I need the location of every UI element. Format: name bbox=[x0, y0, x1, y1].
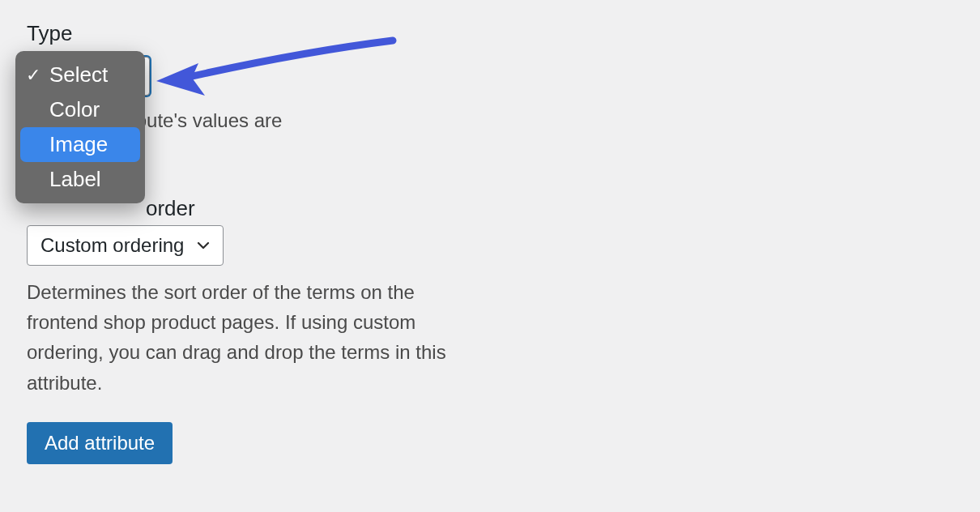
sort-order-help-text: Determines the sort order of the terms o… bbox=[27, 277, 474, 398]
option-label: Color bbox=[49, 97, 100, 122]
add-attribute-button[interactable]: Add attribute bbox=[27, 422, 173, 464]
checkmark-icon: ✓ bbox=[25, 66, 41, 84]
type-option-label[interactable]: Label bbox=[20, 162, 140, 197]
option-label: Image bbox=[49, 132, 108, 157]
type-option-image[interactable]: Image bbox=[20, 127, 140, 162]
type-dropdown-menu[interactable]: ✓ Select Color Image Label bbox=[15, 51, 145, 203]
sort-order-value: Custom ordering bbox=[40, 234, 184, 257]
type-option-select[interactable]: ✓ Select bbox=[20, 58, 140, 92]
chevron-down-icon bbox=[195, 237, 211, 254]
type-label: Type bbox=[27, 21, 480, 46]
sort-order-select[interactable]: Custom ordering bbox=[27, 225, 224, 266]
option-label: Select bbox=[49, 62, 108, 87]
option-label: Label bbox=[49, 167, 101, 192]
type-option-color[interactable]: Color bbox=[20, 92, 140, 127]
